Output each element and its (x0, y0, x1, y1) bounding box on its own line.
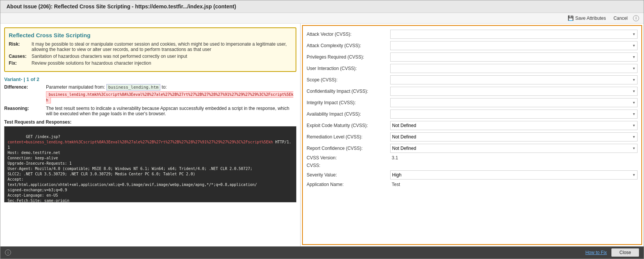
cvss-row-1: Attack Complexity (CVSS): (307, 41, 638, 50)
cvss-select-wrapper-5 (390, 87, 638, 96)
risk-label: Risk: (9, 41, 32, 52)
bottom-left: i (5, 249, 11, 256)
difference-section: Difference: Parameter manipulated from: … (4, 84, 296, 103)
cvss-label-5: Confidentiality Impact (CVSS): (307, 89, 390, 94)
difference-value: Parameter manipulated from: business_len… (46, 84, 296, 90)
cvss-select-8[interactable]: Not DefinedNot DefinedProof of ConceptFu… (391, 121, 637, 130)
cvss-select-wrapper-8: Not DefinedNot DefinedProof of ConceptFu… (390, 121, 638, 130)
param-from: business_lending.htm (106, 84, 160, 91)
cvss-label-4: Scope (CVSS): (307, 77, 390, 83)
cvss-row-11: CVSS Version:3.1 (307, 155, 638, 160)
cvss-select-wrapper-13: HighLowMediumHighCritical (390, 170, 638, 180)
how-to-fix-link[interactable]: How to Fix (585, 250, 607, 255)
cvss-label-7: Availability Impact (CVSS): (307, 111, 390, 117)
save-attributes-button[interactable]: 💾 Save Attributes (565, 14, 608, 22)
cvss-select-wrapper-2 (390, 52, 638, 62)
risk-row: Risk: It may be possible to steal or man… (9, 41, 292, 52)
cvss-row-7: Availability Impact (CVSS): (307, 110, 638, 119)
cvss-label-9: Remediation Level (CVSS): (307, 134, 390, 140)
cvss-select-5[interactable] (391, 87, 637, 95)
code-rest: HTTP/1.1 Host: demo.testfire.net Connect… (8, 140, 291, 202)
right-panel: Attack Vector (CVSS):NetworkAdjacentLoca… (302, 25, 642, 245)
cvss-select-wrapper-6 (390, 98, 638, 107)
cvss-select-wrapper-10: Not DefinedNot DefinedProof of ConceptFu… (390, 144, 638, 153)
cvss-select-1[interactable] (391, 41, 637, 50)
cvss-select-7[interactable] (391, 110, 637, 118)
cvss-select-wrapper-0: NetworkAdjacentLocalPhysical (390, 30, 638, 39)
cvss-row-4: Scope (CVSS): (307, 75, 638, 84)
fix-value: Review possible solutions for hazardous … (32, 60, 151, 66)
info-icon[interactable]: i (633, 15, 639, 21)
fix-label: Fix: (9, 60, 32, 66)
cvss-select-10[interactable]: Not DefinedNot DefinedProof of ConceptFu… (391, 144, 637, 153)
cvss-select-wrapper-3 (390, 64, 638, 73)
cvss-value-11: 3.1 (390, 155, 638, 160)
issue-title: Reflected Cross Site Scripting (9, 32, 292, 38)
bottom-bar: i How to Fix Close (0, 246, 644, 259)
cvss-select-wrapper-9: Not DefinedNot DefinedProof of ConceptFu… (390, 132, 638, 141)
cvss-row-5: Confidentiality Impact (CVSS): (307, 87, 638, 96)
causes-label: Causes: (9, 54, 32, 59)
cvss-select-9[interactable]: Not DefinedNot DefinedProof of ConceptFu… (391, 133, 637, 141)
difference-row: Difference: Parameter manipulated from: … (4, 84, 296, 90)
window-title: About Issue (206): Reflected Cross Site … (6, 3, 236, 10)
cvss-row-6: Integrity Impact (CVSS): (307, 98, 638, 107)
risk-value: It may be possible to steal or manipulat… (32, 41, 292, 52)
variant-header: Variant- | 1 of 2 (4, 76, 296, 82)
code-get: GET /index.jsp? (26, 135, 60, 139)
cvss-select-wrapper-4 (390, 75, 638, 84)
cvss-select-3[interactable] (391, 64, 637, 73)
code-payload: content=business_lending.htmkh%3Cscript%… (8, 140, 273, 144)
code-block: GET /index.jsp? content=business_lending… (4, 126, 296, 202)
cvss-row-10: Report Confidence (CVSS):Not DefinedNot … (307, 144, 638, 153)
cvss-label-1: Attack Complexity (CVSS): (307, 43, 390, 48)
main-window: About Issue (206): Reflected Cross Site … (0, 0, 644, 259)
cvss-form: Attack Vector (CVSS):NetworkAdjacentLoca… (307, 30, 638, 189)
param-prefix: Parameter manipulated from: (46, 84, 105, 90)
cvss-label-3: User Interaction (CVSS): (307, 66, 390, 71)
param-to-label: to: (162, 84, 167, 90)
cvss-label-2: Privileges Required (CVSS): (307, 54, 390, 60)
cvss-row-8: Exploit Code Maturity (CVSS):Not Defined… (307, 121, 638, 130)
title-bar: About Issue (206): Reflected Cross Site … (0, 0, 644, 13)
cvss-select-13[interactable]: HighLowMediumHighCritical (391, 171, 637, 179)
cvss-select-4[interactable] (391, 76, 637, 84)
reasoning-section: Reasoning: The test result seems to indi… (4, 106, 296, 116)
bottom-right: How to Fix Close (585, 248, 639, 257)
cvss-row-3: User Interaction (CVSS): (307, 64, 638, 73)
cvss-row-12: CVSS: (307, 163, 638, 168)
cvss-select-wrapper-7 (390, 110, 638, 119)
cvss-label-12: CVSS: (307, 163, 390, 168)
close-button[interactable]: Close (611, 248, 639, 257)
cvss-label-0: Attack Vector (CVSS): (307, 32, 390, 37)
cvss-select-wrapper-1 (390, 41, 638, 50)
save-icon: 💾 (568, 15, 574, 21)
reasoning-row: Reasoning: The test result seems to indi… (4, 106, 296, 116)
issue-box: Reflected Cross Site Scripting Risk: It … (4, 27, 296, 72)
payload-text: business_lending.htmkh%3Cscript%0A%3Eeva… (46, 91, 293, 103)
cancel-button[interactable]: Cancel (611, 15, 630, 22)
reasoning-label: Reasoning: (4, 106, 46, 116)
cvss-label-14: Application Name: (307, 182, 390, 187)
causes-row: Causes: Sanitation of hazardous characte… (9, 54, 292, 59)
cvss-row-13: Severity Value:HighLowMediumHighCritical (307, 170, 638, 180)
cvss-select-2[interactable] (391, 53, 637, 61)
cvss-label-8: Exploit Code Maturity (CVSS): (307, 123, 390, 128)
fix-row: Fix: Review possible solutions for hazar… (9, 60, 292, 66)
difference-label: Difference: (4, 84, 46, 90)
cvss-row-9: Remediation Level (CVSS):Not DefinedNot … (307, 132, 638, 141)
cvss-value-14: Test (390, 182, 638, 187)
causes-value: Sanitation of hazardous characters was n… (32, 54, 187, 59)
cvss-select-6[interactable] (391, 99, 637, 107)
bottom-info-icon[interactable]: i (5, 249, 11, 256)
cvss-label-6: Integrity Impact (CVSS): (307, 100, 390, 105)
test-requests-label: Test Requests and Responses: (4, 119, 296, 125)
cvss-label-11: CVSS Version: (307, 155, 390, 160)
cvss-label-10: Report Confidence (CVSS): (307, 146, 390, 151)
cvss-select-0[interactable]: NetworkAdjacentLocalPhysical (391, 30, 637, 38)
cvss-label-13: Severity Value: (307, 172, 390, 178)
cvss-row-14: Application Name:Test (307, 182, 638, 187)
main-content: Reflected Cross Site Scripting Risk: It … (0, 24, 644, 246)
left-panel: Reflected Cross Site Scripting Risk: It … (0, 24, 301, 246)
payload-row: business_lending.htmkh%3Cscript%0A%3Eeva… (46, 91, 296, 103)
